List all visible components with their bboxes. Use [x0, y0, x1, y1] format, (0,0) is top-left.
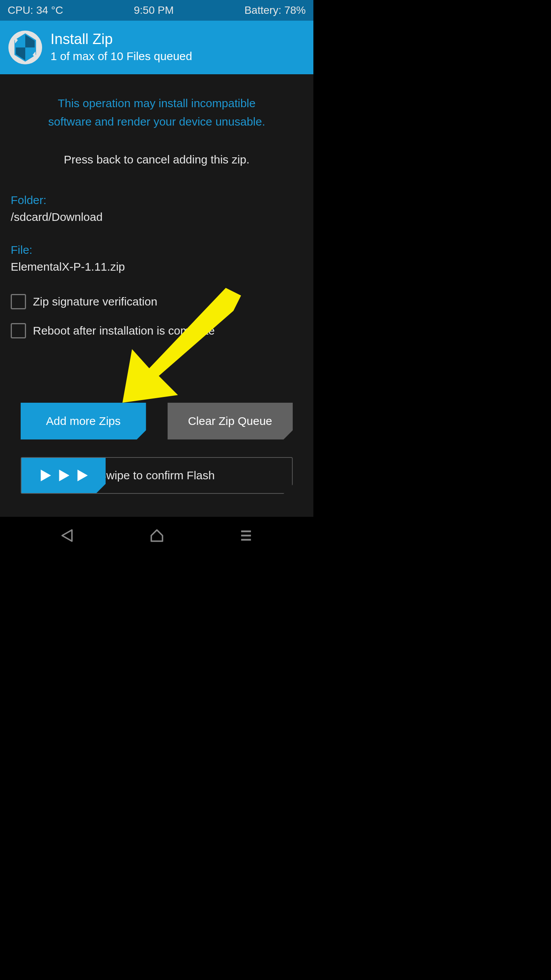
- cpu-temp: CPU: 34 °C: [8, 4, 63, 16]
- file-label: File:: [11, 243, 303, 256]
- reboot-after-row[interactable]: Reboot after installation is complete: [11, 323, 303, 338]
- swipe-confirm-slider[interactable]: Swipe to confirm Flash: [21, 457, 293, 494]
- svg-marker-4: [78, 470, 88, 482]
- zip-signature-checkbox[interactable]: [11, 294, 26, 309]
- twrp-logo-icon: [8, 31, 42, 64]
- back-hint: Press back to cancel adding this zip.: [11, 153, 303, 166]
- svg-marker-3: [59, 470, 70, 482]
- menu-lines-icon: [238, 527, 254, 544]
- file-name: ElementalX-P-1.11.zip: [11, 260, 303, 273]
- warning-text: This operation may install incompatible …: [11, 94, 303, 131]
- nav-menu-button[interactable]: [229, 524, 263, 547]
- zip-signature-label: Zip signature verification: [33, 295, 157, 308]
- battery-level: Battery: 78%: [245, 4, 306, 16]
- home-icon: [148, 527, 165, 544]
- app-header: Install Zip 1 of max of 10 Files queued: [0, 21, 313, 74]
- android-nav-bar: [0, 517, 313, 554]
- reboot-after-label: Reboot after installation is complete: [33, 324, 215, 337]
- play-icon: [36, 467, 54, 484]
- clear-zip-queue-button[interactable]: Clear Zip Queue: [168, 403, 293, 439]
- svg-marker-5: [62, 530, 72, 541]
- add-more-zips-button[interactable]: Add more Zips: [21, 403, 146, 439]
- reboot-after-checkbox[interactable]: [11, 323, 26, 338]
- nav-home-button[interactable]: [140, 524, 174, 547]
- zip-signature-row[interactable]: Zip signature verification: [11, 294, 303, 309]
- back-triangle-icon: [59, 527, 76, 544]
- main-content: This operation may install incompatible …: [0, 74, 313, 517]
- clock: 9:50 PM: [134, 4, 174, 16]
- status-bar: CPU: 34 °C 9:50 PM Battery: 78%: [0, 0, 313, 21]
- swipe-handle[interactable]: [21, 458, 106, 493]
- folder-label: Folder:: [11, 194, 303, 207]
- play-icon: [55, 467, 72, 484]
- queue-status: 1 of max of 10 Files queued: [51, 48, 192, 64]
- play-icon: [73, 467, 91, 484]
- svg-marker-2: [41, 470, 51, 482]
- folder-path: /sdcard/Download: [11, 211, 303, 224]
- nav-back-button[interactable]: [51, 524, 85, 547]
- page-title: Install Zip: [51, 31, 192, 48]
